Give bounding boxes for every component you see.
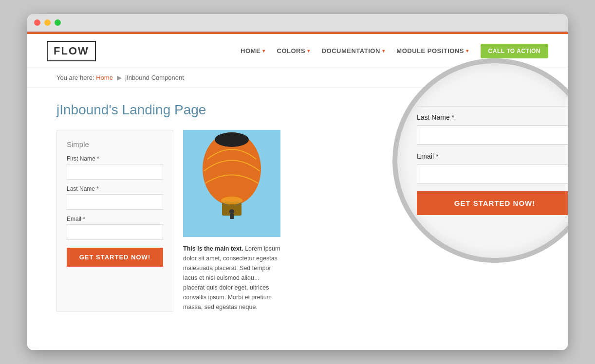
first-name-label: First Name * [67, 155, 163, 162]
form-title: Simple [67, 140, 163, 148]
navigation: HOME ▾ COLORS ▾ DOCUMENTATION ▾ MODULE P… [241, 44, 548, 58]
mag-divider [417, 106, 568, 107]
email-label: Email * [67, 216, 163, 222]
minimize-dot[interactable] [44, 19, 51, 26]
website: FLOW HOME ▾ COLORS ▾ DOCUMENTATION ▾ [27, 32, 568, 350]
last-name-input[interactable] [67, 194, 163, 210]
mag-submit-button[interactable]: GET STARTED NOW! [417, 191, 568, 215]
svg-point-8 [229, 209, 234, 214]
mag-email-label: Email * [417, 152, 568, 160]
nav-home[interactable]: HOME ▾ [241, 47, 265, 55]
email-input[interactable] [67, 224, 163, 240]
maximize-dot[interactable] [55, 19, 61, 26]
docs-chevron-icon: ▾ [382, 48, 385, 54]
home-chevron-icon: ▾ [262, 48, 265, 54]
svg-rect-9 [230, 214, 234, 219]
nav-module-positions[interactable]: MODULE POSITIONS ▾ [396, 47, 468, 55]
mag-last-name-input[interactable] [417, 125, 568, 145]
magnifier-content: Last Name * Email * GET STARTED NOW! [397, 91, 568, 230]
nav-documentation[interactable]: DOCUMENTATION ▾ [322, 47, 385, 55]
first-name-input[interactable] [67, 164, 163, 180]
last-name-label: Last Name * [67, 185, 163, 192]
svg-point-2 [215, 132, 249, 147]
breadcrumb-current: jInbound Component [125, 74, 184, 81]
form-card: Simple First Name * Last Name * Email * … [56, 130, 173, 312]
logo: FLOW [47, 41, 96, 61]
body-text-bold: This is the main text. [183, 245, 243, 252]
breadcrumb-separator: ▶ [117, 74, 124, 81]
breadcrumb-prefix: You are here: [56, 74, 94, 81]
svg-point-10 [221, 197, 242, 204]
main-content: jInbound's Landing Page Simple First Nam… [27, 88, 568, 350]
body-text-paragraph: Lorem ipsum dolor sit amet, consectetur … [183, 245, 280, 310]
mag-last-name-label: Last Name * [417, 113, 568, 121]
mag-email-input[interactable] [417, 164, 568, 183]
body-text: This is the main text. Lorem ipsum dolor… [183, 244, 280, 312]
titlebar [27, 14, 568, 32]
colors-chevron-icon: ▾ [307, 48, 310, 54]
close-dot[interactable] [34, 19, 40, 26]
breadcrumb-home[interactable]: Home [96, 74, 113, 81]
browser-content: FLOW HOME ▾ COLORS ▾ DOCUMENTATION ▾ [27, 32, 568, 350]
browser-window: FLOW HOME ▾ COLORS ▾ DOCUMENTATION ▾ [27, 14, 568, 350]
balloon-image [183, 130, 280, 237]
nav-cta-button[interactable]: CALL TO ACTION [481, 44, 548, 58]
nav-colors[interactable]: COLORS ▾ [277, 47, 310, 55]
submit-button[interactable]: GET STARTED NOW! [67, 248, 163, 267]
module-chevron-icon: ▾ [466, 48, 469, 54]
